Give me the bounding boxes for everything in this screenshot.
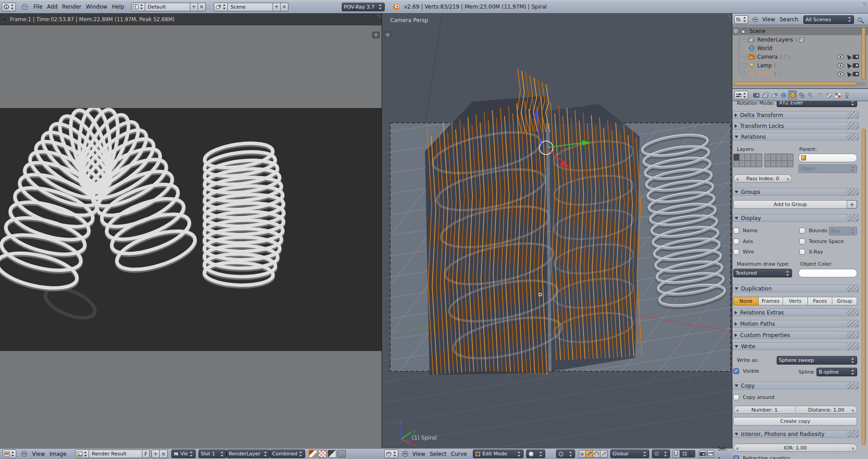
image-name-field[interactable]: Render Result bbox=[89, 450, 142, 458]
mode-dropdown[interactable]: Edit Mode bbox=[473, 450, 524, 458]
create-copy-button[interactable]: Create copy bbox=[733, 417, 857, 426]
collapse-menus-icon[interactable] bbox=[21, 451, 27, 457]
panel-transform-locks[interactable]: Transform Locks bbox=[732, 122, 859, 130]
opengl-render-still-button[interactable] bbox=[699, 450, 706, 458]
tab-modifiers[interactable] bbox=[806, 90, 815, 100]
render-layer-dropdown[interactable]: RenderLayer bbox=[226, 450, 270, 458]
panel-groups[interactable]: Groups bbox=[732, 188, 859, 196]
render-engine-dropdown[interactable]: POV-Ray 3.7 bbox=[342, 3, 385, 11]
menu-window[interactable]: Window bbox=[84, 1, 109, 12]
manipulator-axes-icon[interactable] bbox=[579, 450, 586, 458]
duplication-faces[interactable]: Faces bbox=[808, 297, 833, 305]
image-editor-area[interactable]: Frame:1 | Time:02:53.87 | Mem:22.89M (11… bbox=[0, 14, 382, 448]
menu-view[interactable]: View bbox=[760, 14, 777, 25]
manipulator-scale-button[interactable] bbox=[600, 450, 608, 458]
editor-type-button-info[interactable] bbox=[2, 3, 16, 11]
opengl-render-anim-button[interactable] bbox=[707, 450, 714, 458]
proportional-edit-dropdown[interactable] bbox=[652, 450, 670, 458]
layers-grid-right[interactable] bbox=[764, 154, 793, 167]
outliner-filter-dropdown[interactable]: All Scenes bbox=[803, 15, 854, 24]
new-image-button[interactable]: + bbox=[151, 450, 160, 458]
bounds-type-dropdown[interactable]: Box bbox=[829, 227, 857, 235]
scene-name-field[interactable]: Scene bbox=[228, 3, 273, 11]
pass-index-slider[interactable]: Pass Index: 0 bbox=[733, 174, 792, 183]
add-layout-button[interactable]: + bbox=[190, 3, 198, 11]
zbuffer-channel-button[interactable] bbox=[337, 450, 346, 458]
bounds-checkbox[interactable] bbox=[799, 228, 805, 234]
tab-constraints[interactable] bbox=[797, 90, 806, 100]
copy-around-checkbox[interactable] bbox=[733, 394, 739, 400]
outliner-item-renderlayers[interactable]: + RenderLayers | bbox=[732, 35, 868, 44]
scene-icon-button[interactable] bbox=[214, 3, 228, 11]
menu-file[interactable]: File bbox=[31, 1, 45, 12]
parent-object-field[interactable] bbox=[798, 154, 857, 162]
collapse-menus-icon[interactable] bbox=[753, 17, 758, 22]
image-view-mode-dropdown[interactable]: View bbox=[171, 450, 196, 458]
unlink-image-button[interactable]: × bbox=[160, 450, 168, 458]
alpha-channel-button[interactable] bbox=[328, 450, 336, 458]
render-toggle-icon[interactable] bbox=[853, 55, 859, 59]
fake-user-button[interactable]: F bbox=[142, 450, 150, 458]
slot-dropdown[interactable]: Slot 1 bbox=[198, 450, 226, 458]
tab-render-layers[interactable] bbox=[761, 90, 770, 100]
render-toggle-icon[interactable] bbox=[853, 72, 859, 76]
transform-orientation-dropdown[interactable]: Global bbox=[610, 450, 649, 458]
xray-checkbox[interactable] bbox=[799, 249, 805, 255]
image-browse-button[interactable] bbox=[75, 450, 89, 458]
tab-physics[interactable] bbox=[842, 90, 851, 100]
texture-space-checkbox[interactable] bbox=[799, 239, 805, 244]
menu-render[interactable]: Render bbox=[60, 1, 84, 12]
duplication-frames[interactable]: Frames bbox=[759, 297, 783, 305]
outliner-horizontal-scrollbar[interactable] bbox=[734, 82, 857, 86]
write-as-dropdown[interactable]: Sphere sweep bbox=[777, 356, 857, 365]
render-toggle-icon[interactable] bbox=[853, 63, 859, 68]
menu-curve[interactable]: Curve bbox=[449, 449, 469, 459]
snap-element-dropdown[interactable] bbox=[680, 450, 695, 458]
delete-scene-button[interactable]: × bbox=[281, 3, 288, 11]
selectable-toggle-icon[interactable] bbox=[845, 70, 852, 77]
tab-render[interactable] bbox=[752, 90, 761, 100]
duplication-verts[interactable]: Verts bbox=[783, 297, 808, 305]
panel-delta-transform[interactable]: Delta Transform bbox=[732, 111, 859, 119]
expand-toolshelf-button[interactable]: + bbox=[384, 32, 392, 38]
outliner-item-camera[interactable]: + Camera | bbox=[732, 52, 868, 61]
tab-material[interactable] bbox=[824, 90, 833, 100]
editor-type-button-image[interactable] bbox=[2, 450, 16, 458]
hide-toggle-icon[interactable] bbox=[837, 55, 844, 59]
menu-help[interactable]: Help bbox=[109, 1, 126, 12]
tab-object[interactable] bbox=[788, 90, 797, 100]
layers-grid-left[interactable] bbox=[733, 154, 762, 167]
outliner-item-world[interactable]: World bbox=[732, 44, 868, 52]
copy-distance-slider[interactable]: Distance: 1.00 bbox=[795, 406, 857, 414]
expand-panel-button[interactable]: + bbox=[372, 32, 380, 38]
properties-vertical-scrollbar[interactable] bbox=[862, 129, 866, 445]
rotation-mode-dropdown[interactable]: XYZ Euler bbox=[777, 101, 857, 107]
max-draw-dropdown[interactable]: Textured bbox=[733, 269, 792, 277]
menu-select[interactable]: Select bbox=[427, 449, 448, 459]
panel-copy[interactable]: Copy bbox=[732, 382, 859, 389]
wire-checkbox[interactable] bbox=[733, 249, 739, 255]
color-channel-button[interactable] bbox=[318, 450, 327, 458]
editor-type-button-properties[interactable] bbox=[734, 91, 748, 99]
ior-slider[interactable]: IOR: 1.00 bbox=[733, 444, 857, 452]
axis-checkbox[interactable] bbox=[733, 239, 739, 244]
object-color-swatch[interactable] bbox=[798, 269, 857, 277]
panel-interior[interactable]: Interior, Photons and Radiosity bbox=[732, 430, 859, 438]
area-corner-widget[interactable] bbox=[861, 2, 867, 8]
render-pass-dropdown[interactable]: Combined bbox=[270, 450, 305, 458]
panel-write[interactable]: Write bbox=[732, 342, 859, 350]
hide-toggle-icon[interactable] bbox=[837, 72, 844, 76]
editor-type-button-outliner[interactable] bbox=[734, 15, 748, 24]
viewport-area[interactable]: xyz Camera Persp (1) Spiral + bbox=[382, 14, 732, 448]
visible-checkbox[interactable]: ✓ bbox=[733, 368, 739, 374]
duplication-group[interactable]: Group bbox=[832, 297, 857, 305]
snap-magnet-button[interactable] bbox=[673, 450, 680, 458]
duplication-none[interactable]: None bbox=[733, 297, 759, 305]
tab-object-data[interactable] bbox=[815, 90, 824, 100]
menu-view[interactable]: View bbox=[410, 449, 427, 459]
manipulator-rotate-button[interactable] bbox=[593, 450, 600, 458]
panel-motion-paths[interactable]: Motion Paths bbox=[732, 320, 859, 328]
outliner-item-lamp[interactable]: + Lamp | bbox=[732, 61, 868, 70]
add-to-group-button[interactable]: Add to Group bbox=[733, 200, 847, 209]
name-checkbox[interactable] bbox=[733, 228, 739, 234]
